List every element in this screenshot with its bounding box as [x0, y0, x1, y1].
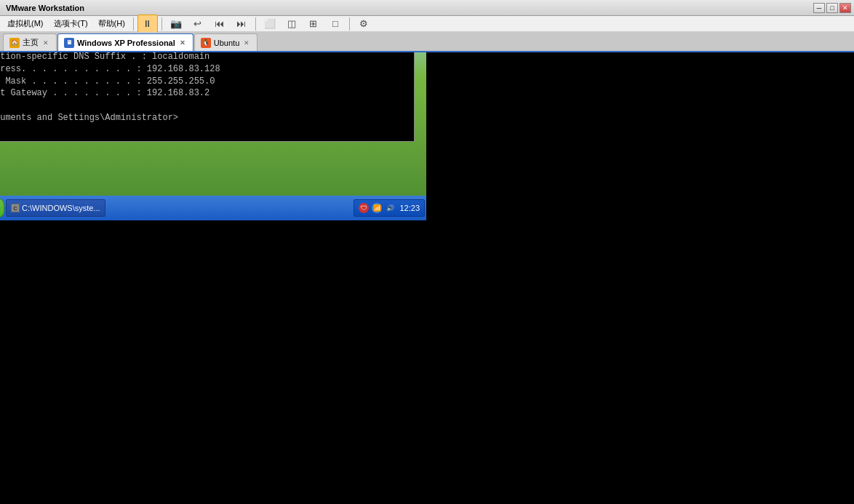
xp-taskbar: ⊞ 开始 C C:\WINDOWS\syste... 🛡 📶 🔊 12:23: [0, 196, 426, 220]
ubuntu-icon: 🐧: [201, 38, 211, 48]
cmd-line11: Connection-specific DNS Suffix . : local…: [0, 52, 410, 63]
cmd-line13: Subnet Mask . . . . . . . . . . : 255.25…: [0, 76, 410, 88]
xp-desktop: C C:\WINDOWS\system32\cmd.exe ─ ✕ Micros…: [0, 52, 426, 220]
vmware-title: VMware Workstation: [3, 4, 84, 12]
titlebar-controls: ─ □ ✕: [813, 3, 851, 13]
tab-winxp-label: Windows XP Professional: [77, 39, 175, 47]
maximize-button[interactable]: □: [826, 3, 838, 13]
tab-home-label: 主页: [23, 37, 39, 48]
menu-sep: [133, 17, 134, 31]
toolbar-screenshot[interactable]: 📷: [166, 15, 186, 33]
cmd-line12: IP Address. . . . . . . . . . . : 192.16…: [0, 63, 410, 76]
vm-viewport[interactable]: C C:\WINDOWS\system32\cmd.exe ─ ✕ Micros…: [0, 52, 854, 504]
close-button[interactable]: ✕: [839, 3, 851, 13]
tab-ubuntu-close[interactable]: ✕: [242, 39, 251, 47]
taskbar-cmd-task[interactable]: C C:\WINDOWS\syste...: [6, 199, 105, 217]
cmd-window[interactable]: C C:\WINDOWS\system32\cmd.exe ─ ✕ Micros…: [0, 52, 415, 142]
vmware-menubar: 虚拟机(M) 选项卡(T) 帮助(H) ⏸ 📷 ↩ ⏮ ⏭ ⬜ ◫ ⊞ □ ⚙: [0, 16, 854, 32]
toolbar-pause[interactable]: ⏸: [137, 15, 158, 33]
toolbar-back[interactable]: ⏮: [209, 15, 230, 33]
winxp-icon: 🖥: [64, 38, 74, 48]
toolbar-unity[interactable]: ◫: [282, 15, 302, 33]
toolbar-revert[interactable]: ↩: [188, 15, 208, 33]
toolbar-fit[interactable]: ⊞: [303, 15, 324, 33]
taskbar-time: 12:23: [399, 204, 420, 212]
menu-help[interactable]: 帮助(H): [94, 17, 129, 31]
toolbar-sep3: [349, 17, 350, 31]
toolbar-forward[interactable]: ⏭: [231, 15, 252, 33]
tab-winxp[interactable]: 🖥 Windows XP Professional ✕: [57, 33, 193, 51]
minimize-button[interactable]: ─: [813, 3, 825, 13]
tab-home-close[interactable]: ✕: [41, 39, 50, 47]
cmd-line15: [0, 100, 410, 112]
menu-vm[interactable]: 虚拟机(M): [3, 17, 48, 31]
toolbar-sep1: [161, 17, 162, 31]
toolbar-sep2: [255, 17, 256, 31]
systray: 🛡 📶 🔊 12:23: [354, 199, 425, 217]
toolbar-fullscreen[interactable]: ⬜: [260, 15, 280, 33]
tab-winxp-close[interactable]: ✕: [178, 39, 187, 47]
home-icon: 🏠: [9, 38, 20, 48]
vmware-titlebar: VMware Workstation ─ □ ✕: [0, 0, 854, 16]
cmd-line16: C:\Documents and Settings\Administrator>: [0, 112, 410, 124]
start-button[interactable]: ⊞ 开始: [0, 198, 4, 218]
toolbar-settings[interactable]: ⚙: [354, 15, 374, 33]
tab-ubuntu-label: Ubuntu: [214, 39, 239, 47]
menu-tab[interactable]: 选项卡(T): [49, 17, 92, 31]
tray-volume-icon: 🔊: [385, 203, 395, 213]
tray-antivirus-icon: 🛡: [359, 203, 369, 213]
cmd-line14: Default Gateway . . . . . . . . : 192.16…: [0, 87, 410, 100]
toolbar-console[interactable]: □: [325, 15, 346, 33]
vmware-app: VMware Workstation ─ □ ✕ 虚拟机(M) 选项卡(T) 帮…: [0, 0, 854, 504]
tab-home[interactable]: 🏠 主页 ✕: [3, 33, 57, 51]
tab-bar: 🏠 主页 ✕ 🖥 Windows XP Professional ✕ 🐧 Ubu…: [0, 32, 854, 52]
taskbar-cmd-icon: C: [11, 204, 20, 212]
taskbar-cmd-label: C:\WINDOWS\syste...: [22, 204, 100, 212]
tray-network-icon: 📶: [372, 203, 382, 213]
tab-ubuntu[interactable]: 🐧 Ubuntu ✕: [194, 33, 258, 51]
cmd-content: Microsoft Windows XP [版本 5.1.2600] (C) 版…: [0, 52, 414, 141]
